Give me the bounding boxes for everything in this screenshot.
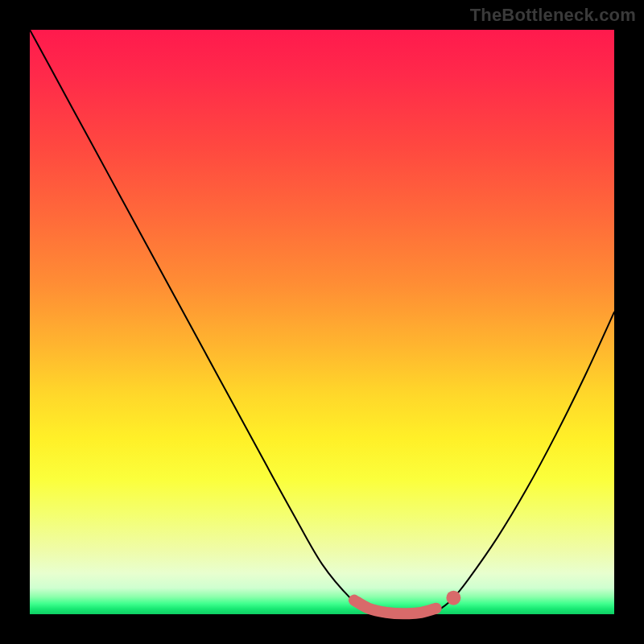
trough-end-marker xyxy=(446,591,460,605)
watermark-text: TheBottleneck.com xyxy=(470,5,636,26)
plot-area xyxy=(30,30,614,614)
chart-svg xyxy=(30,30,614,614)
curve-line xyxy=(30,30,614,613)
trough-highlight xyxy=(354,601,436,614)
chart-frame: TheBottleneck.com xyxy=(0,0,644,644)
